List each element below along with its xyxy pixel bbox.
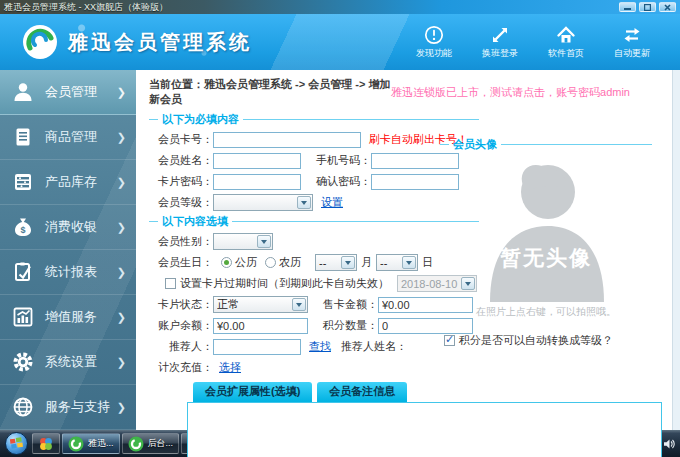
confirm-password-label: 确认密码： xyxy=(301,174,371,189)
dropdown-arrow-icon xyxy=(292,298,306,311)
sidebar-item-system-settings[interactable]: 系统设置 ❯ xyxy=(0,340,136,385)
sidebar-item-value-added-services[interactable]: 增值服务 ❯ xyxy=(0,295,136,340)
chevron-right-icon: ❯ xyxy=(117,356,126,369)
add-member-form: 以下为必填内容 会员卡号： 刷卡自动刷出卡号！ 会员姓名： 手机号码： 卡片密码… xyxy=(149,113,664,457)
recharge-label: 计次充值： xyxy=(149,360,213,375)
breadcrumb: 当前位置：雅迅会员管理系统 -> 会员管理 -> 增加新会员 xyxy=(149,77,391,107)
points-auto-convert-checkbox[interactable] xyxy=(444,335,455,346)
app-logo-icon xyxy=(22,24,58,60)
gender-label: 会员性别： xyxy=(149,234,213,249)
shift-login-button[interactable]: 换班登录 xyxy=(482,25,518,60)
action-label: 自动更新 xyxy=(614,47,650,60)
chevron-right-icon: ❯ xyxy=(117,266,126,279)
phone-label: 手机号码： xyxy=(301,153,371,168)
sidebar-item-label: 消费收银 xyxy=(45,218,97,236)
sidebar-item-label: 统计报表 xyxy=(45,263,97,281)
dropdown-arrow-icon xyxy=(402,256,416,269)
maximize-button[interactable] xyxy=(639,2,656,12)
window-controls xyxy=(619,2,676,12)
chevron-right-icon: ❯ xyxy=(117,86,126,99)
svg-text:$: $ xyxy=(20,225,25,235)
birthday-label: 会员生日： xyxy=(149,255,213,270)
card-status-select[interactable]: 正常 xyxy=(213,296,308,313)
start-button[interactable] xyxy=(5,432,28,455)
day-unit-label: 日 xyxy=(422,255,433,270)
member-name-input[interactable] xyxy=(213,153,301,169)
solar-calendar-radio[interactable] xyxy=(221,257,232,268)
card-no-label: 会员卡号： xyxy=(149,132,213,147)
expire-label: 设置卡片过期时间（到期则此卡自动失效） xyxy=(180,276,389,291)
software-home-button[interactable]: 软件首页 xyxy=(548,25,584,60)
member-info-tabs: 会员扩展属性(选填) 会员备注信息 xyxy=(193,382,664,402)
sidebar-item-label: 增值服务 xyxy=(45,308,97,326)
discover-features-button[interactable]: 发现功能 xyxy=(416,25,452,60)
expire-checkbox[interactable] xyxy=(165,278,176,289)
cashier-icon: $ xyxy=(12,216,34,238)
sidebar-item-label: 商品管理 xyxy=(45,128,97,146)
card-password-label: 卡片密码： xyxy=(149,174,213,189)
promo-link[interactable]: 雅迅连锁版已上市，测试请点击，账号密码admin xyxy=(391,85,630,100)
header-actions: 发现功能 换班登录 软件首页 自动更新 xyxy=(416,25,680,60)
content-scrollbar[interactable] xyxy=(672,70,680,430)
tray-volume-icon[interactable] xyxy=(662,437,675,450)
sidebar-item-statistics-report[interactable]: 统计报表 ❯ xyxy=(0,250,136,295)
home-icon xyxy=(556,25,576,45)
auto-update-button[interactable]: 自动更新 xyxy=(614,25,650,60)
lunar-calendar-radio[interactable] xyxy=(265,257,276,268)
sidebar-item-cashier[interactable]: $ 消费收银 ❯ xyxy=(0,205,136,250)
minimize-button[interactable] xyxy=(619,2,636,12)
dropdown-arrow-icon xyxy=(297,196,311,209)
level-settings-link[interactable]: 设置 xyxy=(321,195,343,210)
action-label: 换班登录 xyxy=(482,47,518,60)
optional-section-title: 以下内容选填 xyxy=(149,215,479,228)
chevron-right-icon: ❯ xyxy=(117,131,126,144)
alert-circle-icon xyxy=(424,25,444,45)
member-icon xyxy=(12,81,34,103)
chevron-right-icon: ❯ xyxy=(117,221,126,234)
tab-extended-attributes[interactable]: 会员扩展属性(选填) xyxy=(193,382,312,402)
taskbar-item-yaxun-browser[interactable]: 雅迅... xyxy=(62,433,120,454)
app-window: 雅迅会员管理系统 - XX旗舰店（体验版） 雅迅会员管理系统 发现功能 xyxy=(0,0,680,457)
sidebar-item-product-inventory[interactable]: 产品库存 ❯ xyxy=(0,160,136,205)
tab-member-remarks[interactable]: 会员备注信息 xyxy=(317,382,407,402)
action-label: 软件首页 xyxy=(548,47,584,60)
settings-icon xyxy=(12,351,34,373)
member-name-label: 会员姓名： xyxy=(149,153,213,168)
app-title: 雅迅会员管理系统 xyxy=(68,29,252,56)
card-password-input[interactable] xyxy=(213,174,301,190)
window-title: 雅迅会员管理系统 - XX旗舰店（体验版） xyxy=(4,1,619,14)
sale-amount-label: 售卡金额： xyxy=(308,297,378,312)
referrer-find-link[interactable]: 查找 xyxy=(309,339,331,354)
card-no-input[interactable] xyxy=(213,132,361,148)
main-body: 会员管理 ❯ 商品管理 ❯ 产品库存 ❯ $ 消费收银 ❯ 统计报表 ❯ xyxy=(0,70,680,430)
sidebar-item-label: 产品库存 xyxy=(45,173,97,191)
report-icon xyxy=(12,261,34,283)
taskbar-pinned-app-button[interactable] xyxy=(32,433,60,454)
sidebar-item-label: 会员管理 xyxy=(45,83,97,101)
avatar-image[interactable]: 暂无头像 xyxy=(460,156,632,302)
sidebar-item-label: 系统设置 xyxy=(45,353,97,371)
birth-month-select[interactable]: -- xyxy=(315,254,357,271)
inventory-icon xyxy=(12,171,34,193)
green-browser-icon xyxy=(68,436,84,452)
close-button[interactable] xyxy=(659,2,676,12)
chevron-right-icon: ❯ xyxy=(117,176,126,189)
tab-content-area[interactable] xyxy=(187,402,662,457)
member-level-select[interactable] xyxy=(213,194,313,211)
balance-input[interactable] xyxy=(213,318,308,334)
birth-day-select[interactable]: -- xyxy=(376,254,418,271)
sidebar-item-member-management[interactable]: 会员管理 ❯ xyxy=(0,70,136,115)
gender-select[interactable] xyxy=(213,233,273,250)
referrer-input[interactable] xyxy=(213,339,301,355)
green-browser-icon xyxy=(128,436,144,452)
avatar-panel: 会员头像 暂无头像 在照片上点右键，可以拍照哦。 积分是否可以自动转换成等级？ xyxy=(440,135,652,348)
solar-calendar-label: 公历 xyxy=(235,255,257,270)
referrer-name-label: 推荐人姓名： xyxy=(341,339,407,354)
sidebar-item-goods-management[interactable]: 商品管理 ❯ xyxy=(0,115,136,160)
support-icon xyxy=(12,396,34,418)
points-label: 积分数量： xyxy=(308,318,378,333)
shift-arrows-icon xyxy=(490,25,510,45)
sidebar-item-service-support[interactable]: 服务与支持 ❯ xyxy=(0,385,136,430)
app-header: 雅迅会员管理系统 发现功能 换班登录 软件首页 xyxy=(0,14,680,70)
recharge-select-link[interactable]: 选择 xyxy=(219,360,241,375)
